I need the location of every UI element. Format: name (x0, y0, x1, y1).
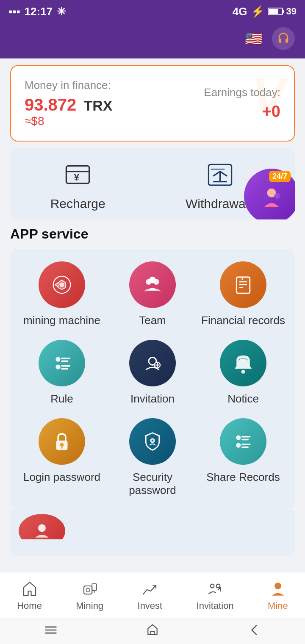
svg-rect-43 (84, 586, 92, 594)
nav-label-mine: Mine (268, 600, 288, 611)
home-system-button[interactable] (146, 623, 159, 640)
service-label-notice: Notice (227, 392, 259, 405)
nav-item-mine[interactable]: Mine (268, 580, 288, 611)
app-service-title: APP service (10, 226, 295, 242)
svg-text:¥: ¥ (241, 277, 244, 281)
svg-point-36 (236, 435, 241, 440)
svg-point-32 (60, 443, 64, 447)
svg-point-44 (86, 588, 90, 592)
bottom-nav: Home Mining Invest Invitation (0, 572, 305, 619)
nav-item-home[interactable]: Home (17, 580, 42, 611)
svg-point-11 (59, 282, 64, 287)
finance-usd: ≈$8 (25, 114, 112, 128)
support-badge: 24/7 (236, 164, 295, 219)
nav-item-invitation[interactable]: Invitation (197, 580, 234, 611)
svg-point-9 (264, 195, 269, 200)
svg-point-47 (210, 584, 214, 588)
nav-label-invest: Invest (138, 600, 163, 611)
battery-icon (268, 8, 283, 15)
flag-emoji: 🇺🇸 (245, 30, 263, 47)
svg-point-49 (274, 583, 281, 589)
service-item-notice[interactable]: Notice (200, 340, 286, 405)
finance-amount: 93.872 TRX (25, 95, 112, 114)
service-label-security-password: Security password (109, 471, 196, 497)
time: 12:17 (25, 5, 53, 18)
service-label-share-records: Share Records (206, 471, 280, 484)
status-bar: ▪▪▪ 12:17 ✳ 4G ⚡ 39 (0, 0, 305, 23)
status-left: ▪▪▪ 12:17 ✳ (8, 5, 66, 18)
withdrawals-icon (203, 161, 237, 191)
service-item-login-password[interactable]: Login password (19, 418, 105, 497)
flag-button[interactable]: 🇺🇸 (242, 27, 265, 50)
mining-machine-icon (39, 261, 85, 308)
nav-label-home: Home (17, 600, 42, 611)
svg-point-8 (274, 193, 280, 199)
service-item-invitation[interactable]: Invitation (109, 340, 196, 405)
svg-point-35 (152, 440, 154, 442)
recharge-icon: ¥ (61, 161, 95, 191)
bolt-icon: ⚡ (251, 5, 264, 18)
service-item-financial-records[interactable]: ¥ Financial records (200, 261, 286, 327)
svg-rect-45 (92, 583, 97, 590)
partial-row (10, 510, 295, 556)
finance-left: Money in finance: 93.872 TRX ≈$8 (25, 79, 112, 128)
svg-point-21 (55, 364, 60, 369)
back-button[interactable] (247, 623, 261, 640)
svg-text:¥: ¥ (74, 172, 79, 183)
snowflake-icon: ✳ (57, 5, 66, 18)
rule-icon (39, 340, 85, 386)
watermark: V (252, 70, 286, 121)
recharge-item[interactable]: ¥ Recharge (50, 161, 105, 211)
service-item-team[interactable]: Team (109, 261, 196, 327)
service-label-financial-records: Financial records (201, 314, 285, 327)
service-item-rule[interactable]: Rule (19, 340, 105, 405)
system-nav (0, 619, 305, 644)
svg-point-14 (149, 277, 156, 283)
nav-item-invest[interactable]: Invest (138, 580, 163, 611)
menu-button[interactable] (44, 623, 58, 640)
recharge-label: Recharge (50, 197, 105, 211)
service-item-security-password[interactable]: Security password (109, 418, 196, 497)
svg-point-37 (236, 443, 241, 447)
nav-label-mining: Mining (76, 600, 103, 611)
notice-icon (220, 340, 266, 386)
financial-records-icon: ¥ (220, 261, 266, 308)
service-label-team: Team (139, 314, 166, 327)
finance-currency: TRX (83, 97, 112, 114)
nav-item-mining[interactable]: Mining (76, 580, 103, 611)
security-password-icon (129, 418, 176, 465)
service-label-mining-machine: mining machine (23, 314, 100, 327)
service-item-share-records[interactable]: Share Records (200, 418, 286, 497)
service-grid: mining machine Team ¥ Fina (10, 249, 295, 510)
team-icon (129, 261, 176, 308)
header: 🇺🇸 (0, 23, 305, 58)
signal-4g: 4G (233, 5, 247, 18)
badge-247: 24/7 (269, 171, 291, 182)
status-right: 4G ⚡ 39 (233, 5, 297, 18)
service-label-rule: Rule (50, 392, 73, 405)
money-label: Money in finance: (25, 79, 112, 92)
headset-button[interactable] (272, 27, 295, 50)
service-item-mining-machine[interactable]: mining machine (19, 261, 105, 327)
svg-point-20 (55, 357, 60, 361)
invitation-icon (129, 340, 176, 386)
service-label-login-password: Login password (23, 471, 100, 484)
finance-amount-value: 93.872 (25, 95, 76, 114)
service-label-invitation: Invitation (130, 392, 175, 405)
nav-label-invitation: Invitation (197, 600, 234, 611)
battery-percent: 39 (286, 6, 297, 17)
svg-point-30 (241, 370, 245, 374)
finance-card: Money in finance: 93.872 TRX ≈$8 Earning… (10, 65, 295, 142)
rw-panel: ¥ Recharge Withdrawals 24/7 (10, 148, 295, 219)
partial-icon (19, 514, 65, 548)
service-item-partial[interactable] (19, 514, 65, 548)
signal-icon: ▪▪▪ (8, 5, 20, 18)
login-password-icon (39, 418, 85, 465)
svg-point-42 (38, 524, 46, 532)
share-records-icon (220, 418, 266, 465)
